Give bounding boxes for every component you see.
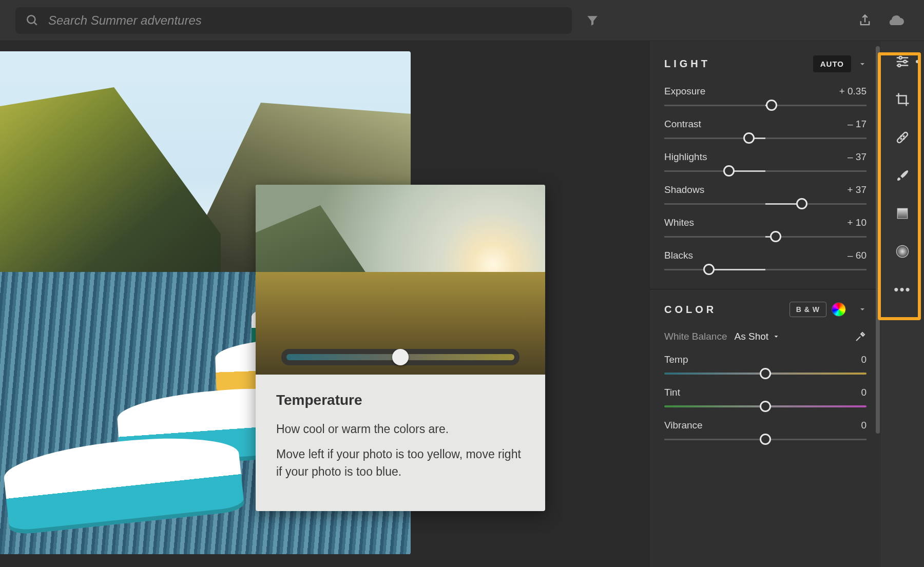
svg-point-5 <box>904 61 907 63</box>
contrast-slider[interactable]: Contrast– 17 <box>664 119 867 143</box>
slider-label: Whites <box>664 217 694 228</box>
slider-value: 0 <box>861 387 867 398</box>
slider-value: + 10 <box>847 217 867 228</box>
exposure-slider[interactable]: Exposure+ 0.35 <box>664 86 867 110</box>
tool-rail: ••• <box>881 41 924 567</box>
vibrance-slider[interactable]: Vibrance0 <box>664 420 867 444</box>
filter-button[interactable] <box>577 14 608 27</box>
radial-gradient-tool[interactable] <box>893 242 912 261</box>
svg-line-1 <box>34 22 36 25</box>
eyedropper-button[interactable] <box>854 330 867 343</box>
eyedropper-icon <box>854 330 867 343</box>
more-tools[interactable]: ••• <box>893 280 912 299</box>
section-divider <box>650 289 881 289</box>
auto-button[interactable]: AUTO <box>813 55 851 72</box>
brush-tool[interactable] <box>893 166 912 185</box>
svg-point-3 <box>899 56 902 59</box>
slider-label: Exposure <box>664 86 705 97</box>
slider-label: Temp <box>664 354 688 365</box>
slider-value: + 0.35 <box>839 86 867 97</box>
topbar <box>0 0 924 41</box>
linear-gradient-tool[interactable] <box>893 204 912 223</box>
search-icon <box>26 14 39 27</box>
cloud-icon <box>887 14 904 27</box>
slider-value: + 37 <box>847 184 867 195</box>
linear-gradient-icon <box>896 207 909 220</box>
bw-button[interactable]: B & W <box>790 302 826 317</box>
funnel-icon <box>586 14 599 27</box>
highlights-slider[interactable]: Highlights– 37 <box>664 151 867 176</box>
svg-rect-13 <box>897 208 908 219</box>
white-balance-row[interactable]: White Balance As Shot <box>664 330 867 343</box>
slider-value: 0 <box>861 420 867 431</box>
light-section-header[interactable]: LIGHT AUTO <box>664 55 867 72</box>
panel-scrollbar[interactable] <box>876 46 880 434</box>
svg-point-12 <box>901 139 902 140</box>
color-title: COLOR <box>664 304 717 316</box>
slider-value: – 37 <box>848 151 867 163</box>
wb-dropdown[interactable]: As Shot <box>735 331 780 342</box>
slider-label: Highlights <box>664 151 707 163</box>
edit-tool[interactable] <box>893 52 912 71</box>
slider-label: Vibrance <box>664 420 703 431</box>
main-area: Temperature How cool or warm the colors … <box>0 41 924 567</box>
edit-panel: LIGHT AUTO Exposure+ 0.35 Contrast– 17 H… <box>650 41 881 567</box>
chevron-down-icon <box>773 333 780 340</box>
slider-value: – 17 <box>848 119 867 130</box>
chevron-down-icon[interactable] <box>858 305 867 314</box>
color-section-header[interactable]: COLOR B & W <box>664 302 867 317</box>
crop-icon <box>895 92 910 107</box>
slider-label: Blacks <box>664 250 693 261</box>
slider-label: Tint <box>664 387 680 398</box>
svg-point-7 <box>898 64 900 67</box>
temp-slider[interactable]: Temp0 <box>664 354 867 379</box>
chevron-down-icon[interactable] <box>858 60 867 68</box>
cloud-sync-button[interactable] <box>883 14 909 27</box>
slider-value: 0 <box>861 354 867 365</box>
sliders-icon <box>895 54 910 69</box>
svg-rect-8 <box>897 132 909 144</box>
light-title: LIGHT <box>664 58 710 70</box>
svg-point-11 <box>903 136 904 137</box>
tooltip-text-2: Move left if your photo is too yellow, m… <box>276 446 525 480</box>
tooltip-preview-image <box>256 185 545 375</box>
svg-point-9 <box>901 136 902 137</box>
blacks-slider[interactable]: Blacks– 60 <box>664 250 867 275</box>
slider-label: Shadows <box>664 184 704 195</box>
bandage-icon <box>895 130 910 145</box>
color-mixer-button[interactable] <box>832 302 846 317</box>
tooltip-slider-thumb <box>392 349 409 365</box>
wb-label: White Balance <box>664 331 727 342</box>
tooltip-text-1: How cool or warm the colors are. <box>276 421 525 438</box>
search-input[interactable] <box>48 13 562 28</box>
crop-tool[interactable] <box>893 90 912 109</box>
brush-icon <box>895 168 910 183</box>
help-tooltip: Temperature How cool or warm the colors … <box>256 185 545 511</box>
search-field[interactable] <box>15 7 572 34</box>
share-icon <box>858 13 872 28</box>
tooltip-title: Temperature <box>276 392 525 408</box>
share-button[interactable] <box>852 13 878 28</box>
svg-point-10 <box>903 139 904 140</box>
shadows-slider[interactable]: Shadows+ 37 <box>664 184 867 209</box>
svg-point-0 <box>27 15 35 23</box>
tint-slider[interactable]: Tint0 <box>664 387 867 412</box>
healing-tool[interactable] <box>893 128 912 147</box>
slider-value: – 60 <box>848 250 867 261</box>
slider-label: Contrast <box>664 119 701 130</box>
radial-gradient-icon <box>895 244 910 259</box>
svg-point-14 <box>896 245 908 257</box>
whites-slider[interactable]: Whites+ 10 <box>664 217 867 242</box>
photo-canvas[interactable]: Temperature How cool or warm the colors … <box>0 41 650 567</box>
